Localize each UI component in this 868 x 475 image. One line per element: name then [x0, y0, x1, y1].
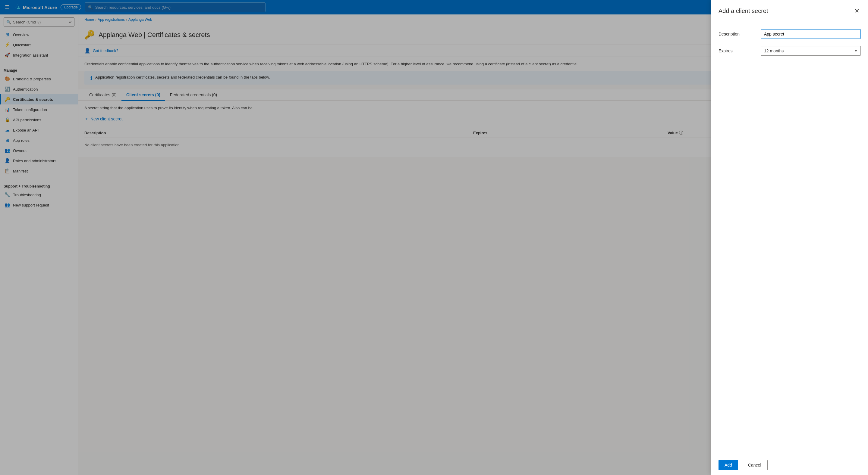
add-button[interactable]: Add	[718, 460, 738, 470]
description-input[interactable]	[761, 29, 861, 39]
panel-body: Description Expires 3 months 6 months 12…	[711, 22, 868, 455]
expires-row: Expires 3 months 6 months 12 months 18 m…	[718, 46, 861, 56]
add-client-secret-panel: Add a client secret ✕ Description Expire…	[711, 0, 868, 475]
expires-select[interactable]: 3 months 6 months 12 months 18 months 24…	[761, 46, 861, 56]
panel-overlay[interactable]: Add a client secret ✕ Description Expire…	[0, 0, 868, 475]
panel-close-button[interactable]: ✕	[853, 6, 861, 15]
description-control	[761, 29, 861, 39]
description-row: Description	[718, 29, 861, 39]
panel-title: Add a client secret	[718, 7, 768, 14]
expires-control: 3 months 6 months 12 months 18 months 24…	[761, 46, 861, 56]
description-label: Description	[718, 29, 755, 36]
expires-label: Expires	[718, 46, 755, 53]
panel-header: Add a client secret ✕	[711, 0, 868, 22]
cancel-button[interactable]: Cancel	[742, 460, 768, 470]
panel-footer: Add Cancel	[711, 455, 868, 475]
